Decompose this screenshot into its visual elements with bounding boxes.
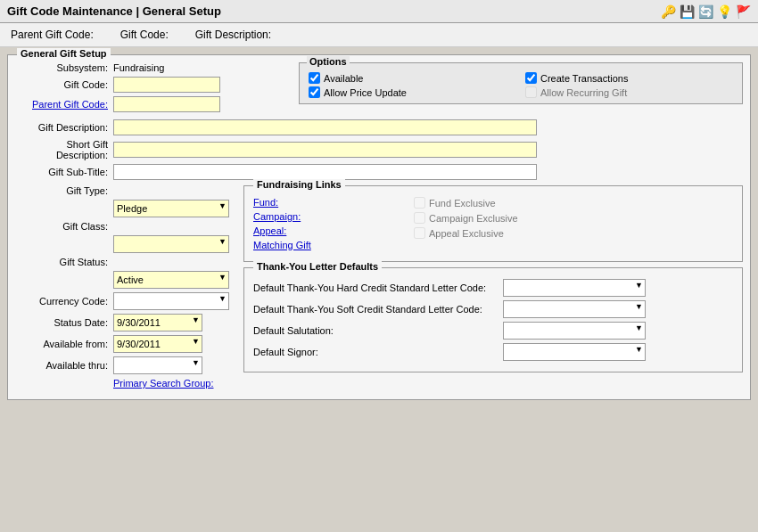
save-icon[interactable]: 💾	[679, 4, 695, 20]
soft-credit-select[interactable]	[503, 300, 646, 318]
available-thru-select[interactable]	[113, 356, 202, 374]
title-icons: 🔑 💾 🔄 💡 🚩	[660, 4, 751, 20]
fundraising-layout: Fund: Campaign: Appeal: Matching Gift	[253, 197, 733, 254]
left-panel: Gift Type: Pledge Donation Grant	[15, 185, 236, 392]
create-transactions-label: Create Transactions	[540, 73, 628, 84]
gift-type-label: Gift Type:	[15, 185, 113, 196]
allow-price-update-checkbox[interactable]	[309, 86, 320, 98]
main-content: General Gift Setup Subsystem: Fundraisin…	[0, 47, 758, 413]
available-checkbox[interactable]	[309, 72, 320, 84]
available-thru-label: Available thru:	[15, 360, 113, 371]
key-icon[interactable]: 🔑	[660, 4, 676, 20]
status-date-select-wrapper: 9/30/2011	[113, 314, 202, 331]
header-gift-description: Gift Description:	[195, 29, 271, 41]
currency-code-select[interactable]	[113, 292, 229, 310]
allow-recurring-gift-checkbox	[525, 86, 537, 98]
create-transactions-row: Create Transactions	[525, 72, 733, 84]
fund-exclusive-checkbox	[414, 197, 425, 209]
campaign-link[interactable]: Campaign:	[253, 211, 301, 222]
hard-credit-label: Default Thank-You Hard Credit Standard L…	[253, 282, 503, 293]
gift-type-select-row: Pledge Donation Grant	[15, 200, 236, 217]
gift-code-label: Gift Code:	[15, 79, 113, 90]
allow-recurring-gift-label: Allow Recurring Gift	[540, 87, 627, 98]
currency-code-select-wrapper	[113, 292, 229, 310]
soft-credit-row: Default Thank-You Soft Credit Standard L…	[253, 300, 733, 318]
short-gift-description-row: Short Gift Description:	[15, 139, 743, 160]
create-transactions-checkbox[interactable]	[525, 72, 537, 84]
subsystem-value: Fundraising	[113, 62, 164, 73]
thankyou-title: Thank-You Letter Defaults	[253, 261, 382, 272]
available-from-select[interactable]: 9/30/2011	[113, 335, 202, 353]
page-title: Gift Code Maintenance | General Setup	[7, 4, 221, 18]
subsystem-row: Subsystem: Fundraising	[15, 62, 292, 73]
available-from-select-wrapper: 9/30/2011	[113, 335, 202, 353]
fund-row: Fund:	[253, 197, 396, 208]
available-thru-select-wrapper	[113, 356, 202, 374]
default-signor-label: Default Signor:	[253, 347, 503, 357]
options-grid: Available Create Transactions Allow Pric…	[309, 72, 733, 98]
flag-icon[interactable]: 🚩	[735, 4, 751, 20]
allow-price-update-row: Allow Price Update	[309, 86, 516, 98]
gift-description-row: Gift Description:	[15, 119, 743, 135]
subsystem-label: Subsystem:	[15, 62, 113, 73]
available-from-label: Available from:	[15, 339, 113, 349]
gift-status-select[interactable]: Active Inactive	[113, 271, 229, 289]
parent-gift-code-link[interactable]: Parent Gift Code:	[15, 99, 113, 110]
short-gift-description-input[interactable]	[113, 142, 537, 158]
title-bar: Gift Code Maintenance | General Setup 🔑 …	[0, 0, 758, 23]
fundraising-links-section: Fundraising Links Fund: Campaign: Appeal…	[243, 185, 743, 262]
default-signor-select[interactable]	[503, 343, 646, 361]
right-panel: Fundraising Links Fund: Campaign: Appeal…	[243, 185, 743, 392]
gift-class-select-wrapper	[113, 235, 229, 253]
soft-credit-select-wrapper	[503, 300, 646, 318]
gift-subtitle-input[interactable]	[113, 164, 537, 180]
primary-search-group-link[interactable]: Primary Search Group:	[113, 378, 213, 389]
allow-recurring-gift-row: Allow Recurring Gift	[525, 86, 733, 98]
available-thru-row: Available thru:	[15, 356, 236, 374]
parent-gift-code-row: Parent Gift Code:	[15, 96, 292, 112]
refresh-icon[interactable]: 🔄	[697, 4, 713, 20]
gift-description-input[interactable]	[113, 119, 537, 135]
default-salutation-row: Default Salutation:	[253, 322, 733, 340]
gift-class-row: Gift Class:	[15, 221, 236, 232]
status-date-select[interactable]: 9/30/2011	[113, 314, 202, 331]
available-checkbox-row: Available	[309, 72, 516, 84]
fund-link[interactable]: Fund:	[253, 197, 278, 208]
available-from-row: Available from: 9/30/2011	[15, 335, 236, 353]
campaign-exclusive-label: Campaign Exclusive	[429, 213, 518, 224]
appeal-link[interactable]: Appeal:	[253, 225, 286, 236]
gift-status-select-wrapper: Active Inactive	[113, 271, 229, 289]
default-signor-select-wrapper	[503, 343, 646, 361]
general-gift-setup-title: General Gift Setup	[17, 48, 111, 59]
currency-code-label: Currency Code:	[15, 296, 113, 307]
thankyou-letter-section: Thank-You Letter Defaults Default Thank-…	[243, 267, 743, 372]
status-date-row: Status Date: 9/30/2011	[15, 314, 236, 331]
header-parent-gift-code-label: Parent Gift Code:	[11, 29, 94, 41]
gift-subtitle-label: Gift Sub-Title:	[15, 167, 113, 177]
fundraising-right: Fund Exclusive Campaign Exclusive Appeal…	[414, 197, 733, 254]
bulb-icon[interactable]: 💡	[716, 4, 732, 20]
gift-code-input[interactable]	[113, 77, 220, 93]
gift-class-label: Gift Class:	[15, 221, 113, 232]
campaign-exclusive-row: Campaign Exclusive	[414, 212, 733, 224]
gift-type-select[interactable]: Pledge Donation Grant	[113, 200, 229, 217]
fund-exclusive-row: Fund Exclusive	[414, 197, 733, 209]
parent-gift-code-input[interactable]	[113, 96, 220, 112]
gift-class-select-row	[15, 235, 236, 253]
short-gift-desc-label: Short Gift Description:	[15, 139, 113, 160]
fundraising-left: Fund: Campaign: Appeal: Matching Gift	[253, 197, 396, 254]
fundraising-title: Fundraising Links	[253, 179, 345, 190]
soft-credit-label: Default Thank-You Soft Credit Standard L…	[253, 304, 503, 315]
gift-class-select[interactable]	[113, 235, 229, 253]
hard-credit-select[interactable]	[503, 279, 646, 297]
gift-subtitle-row: Gift Sub-Title:	[15, 164, 743, 180]
campaign-exclusive-checkbox	[414, 212, 425, 224]
allow-price-update-label: Allow Price Update	[324, 87, 407, 98]
top-section-row: Subsystem: Fundraising Gift Code: Parent…	[15, 62, 743, 116]
gift-code-row: Gift Code:	[15, 77, 292, 93]
hard-credit-row: Default Thank-You Hard Credit Standard L…	[253, 279, 733, 297]
default-signor-row: Default Signor:	[253, 343, 733, 361]
matching-gift-link[interactable]: Matching Gift	[253, 240, 311, 250]
default-salutation-select[interactable]	[503, 322, 646, 340]
options-box: Options Available Create Transactions Al…	[299, 62, 743, 104]
